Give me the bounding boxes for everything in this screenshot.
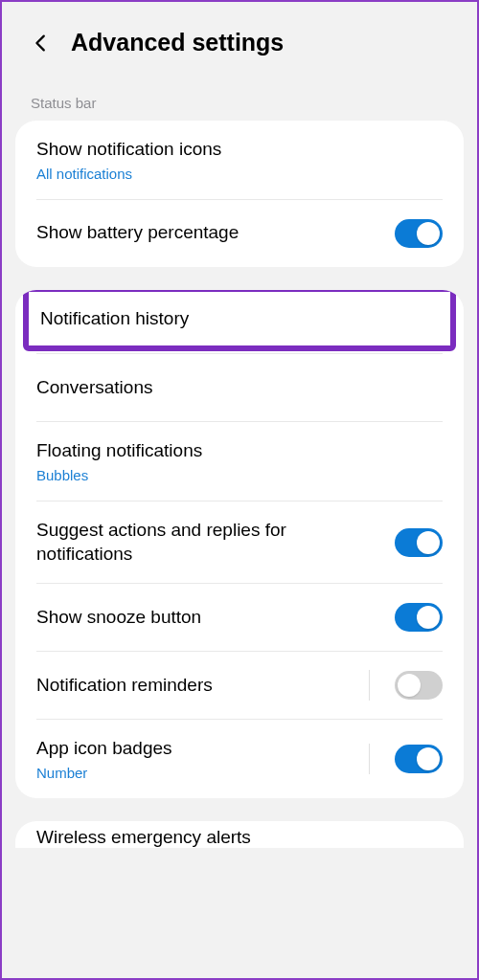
setting-title: Show notification icons bbox=[36, 138, 443, 162]
notification-history-highlight: Notification history bbox=[23, 290, 456, 352]
snooze-button-toggle[interactable] bbox=[395, 603, 443, 632]
notification-history[interactable]: Notification history bbox=[40, 307, 439, 331]
show-battery-percentage[interactable]: Show battery percentage bbox=[15, 200, 464, 267]
setting-title: Show snooze button bbox=[36, 606, 383, 630]
app-icon-badges[interactable]: App icon badges Number bbox=[15, 720, 464, 798]
wireless-emergency-alerts[interactable]: Wireless emergency alerts bbox=[15, 821, 464, 848]
suggest-actions[interactable]: Suggest actions and replies for notifica… bbox=[15, 501, 464, 583]
app-icon-badges-toggle[interactable] bbox=[395, 745, 443, 773]
section-label-status-bar: Status bar bbox=[2, 74, 477, 121]
notification-reminders[interactable]: Notification reminders bbox=[15, 652, 464, 719]
setting-title: Conversations bbox=[36, 376, 443, 400]
battery-percentage-toggle[interactable] bbox=[395, 219, 443, 248]
setting-subtitle: Bubbles bbox=[36, 467, 443, 483]
notification-reminders-toggle[interactable] bbox=[395, 671, 443, 700]
notifications-card: Notification history Conversations Float… bbox=[15, 290, 464, 798]
setting-subtitle: Number bbox=[36, 765, 355, 781]
back-icon[interactable] bbox=[31, 33, 52, 54]
setting-subtitle: All notifications bbox=[36, 166, 443, 182]
setting-title: Notification history bbox=[40, 308, 189, 328]
bottom-card: Wireless emergency alerts bbox=[15, 821, 464, 848]
status-bar-card: Show notification icons All notification… bbox=[15, 121, 464, 267]
setting-title: Show battery percentage bbox=[36, 221, 383, 245]
floating-notifications[interactable]: Floating notifications Bubbles bbox=[15, 422, 464, 501]
show-notification-icons[interactable]: Show notification icons All notification… bbox=[15, 121, 464, 199]
setting-title: App icon badges bbox=[36, 737, 355, 761]
suggest-actions-toggle[interactable] bbox=[395, 528, 443, 557]
toggle-divider bbox=[369, 670, 370, 701]
page-title: Advanced settings bbox=[71, 29, 284, 56]
toggle-divider bbox=[369, 744, 370, 774]
header: Advanced settings bbox=[2, 2, 477, 74]
setting-title: Suggest actions and replies for notifica… bbox=[36, 519, 383, 566]
conversations[interactable]: Conversations bbox=[15, 354, 464, 421]
setting-title: Notification reminders bbox=[36, 674, 355, 698]
setting-title: Floating notifications bbox=[36, 439, 443, 463]
show-snooze-button[interactable]: Show snooze button bbox=[15, 584, 464, 651]
